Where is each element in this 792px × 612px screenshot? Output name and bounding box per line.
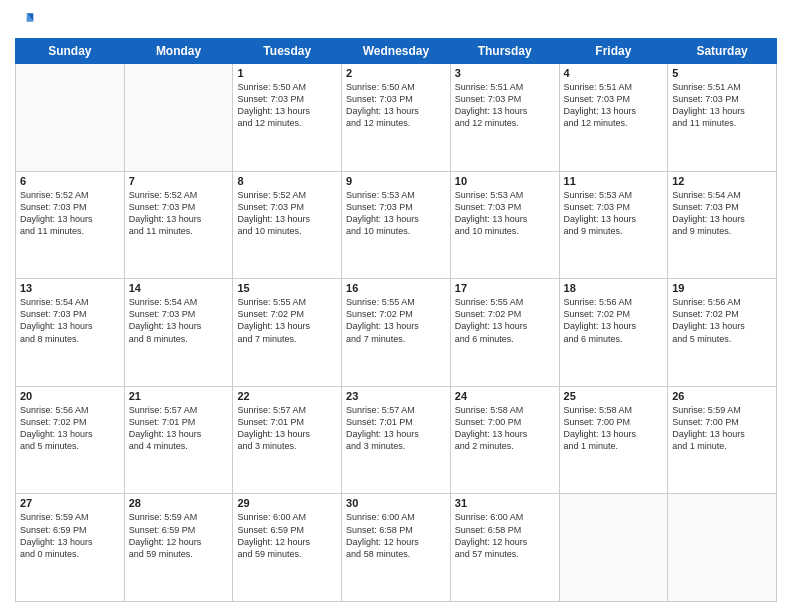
day-info: Sunrise: 5:58 AM Sunset: 7:00 PM Dayligh… <box>564 404 664 453</box>
calendar-header-monday: Monday <box>124 39 233 64</box>
day-number: 25 <box>564 390 664 402</box>
calendar-day <box>124 64 233 172</box>
day-number: 26 <box>672 390 772 402</box>
calendar-header-sunday: Sunday <box>16 39 125 64</box>
calendar-day: 8Sunrise: 5:52 AM Sunset: 7:03 PM Daylig… <box>233 171 342 279</box>
calendar-day: 19Sunrise: 5:56 AM Sunset: 7:02 PM Dayli… <box>668 279 777 387</box>
calendar-day: 2Sunrise: 5:50 AM Sunset: 7:03 PM Daylig… <box>342 64 451 172</box>
calendar-day: 5Sunrise: 5:51 AM Sunset: 7:03 PM Daylig… <box>668 64 777 172</box>
day-number: 1 <box>237 67 337 79</box>
calendar-day: 16Sunrise: 5:55 AM Sunset: 7:02 PM Dayli… <box>342 279 451 387</box>
day-info: Sunrise: 5:55 AM Sunset: 7:02 PM Dayligh… <box>346 296 446 345</box>
calendar-header-tuesday: Tuesday <box>233 39 342 64</box>
calendar-day: 3Sunrise: 5:51 AM Sunset: 7:03 PM Daylig… <box>450 64 559 172</box>
day-number: 11 <box>564 175 664 187</box>
calendar-day: 11Sunrise: 5:53 AM Sunset: 7:03 PM Dayli… <box>559 171 668 279</box>
calendar-day <box>668 494 777 602</box>
day-info: Sunrise: 5:53 AM Sunset: 7:03 PM Dayligh… <box>346 189 446 238</box>
calendar-day: 10Sunrise: 5:53 AM Sunset: 7:03 PM Dayli… <box>450 171 559 279</box>
calendar-day: 7Sunrise: 5:52 AM Sunset: 7:03 PM Daylig… <box>124 171 233 279</box>
calendar-week-2: 6Sunrise: 5:52 AM Sunset: 7:03 PM Daylig… <box>16 171 777 279</box>
calendar-header-wednesday: Wednesday <box>342 39 451 64</box>
calendar-day: 1Sunrise: 5:50 AM Sunset: 7:03 PM Daylig… <box>233 64 342 172</box>
day-number: 27 <box>20 497 120 509</box>
calendar-header-thursday: Thursday <box>450 39 559 64</box>
calendar-day: 18Sunrise: 5:56 AM Sunset: 7:02 PM Dayli… <box>559 279 668 387</box>
calendar-week-4: 20Sunrise: 5:56 AM Sunset: 7:02 PM Dayli… <box>16 386 777 494</box>
day-number: 24 <box>455 390 555 402</box>
day-number: 16 <box>346 282 446 294</box>
calendar-day: 14Sunrise: 5:54 AM Sunset: 7:03 PM Dayli… <box>124 279 233 387</box>
day-info: Sunrise: 5:59 AM Sunset: 6:59 PM Dayligh… <box>129 511 229 560</box>
day-number: 22 <box>237 390 337 402</box>
day-info: Sunrise: 5:56 AM Sunset: 7:02 PM Dayligh… <box>564 296 664 345</box>
day-info: Sunrise: 5:54 AM Sunset: 7:03 PM Dayligh… <box>129 296 229 345</box>
day-number: 29 <box>237 497 337 509</box>
calendar-day: 27Sunrise: 5:59 AM Sunset: 6:59 PM Dayli… <box>16 494 125 602</box>
day-number: 31 <box>455 497 555 509</box>
calendar-day: 15Sunrise: 5:55 AM Sunset: 7:02 PM Dayli… <box>233 279 342 387</box>
calendar-day: 20Sunrise: 5:56 AM Sunset: 7:02 PM Dayli… <box>16 386 125 494</box>
day-number: 15 <box>237 282 337 294</box>
day-info: Sunrise: 5:51 AM Sunset: 7:03 PM Dayligh… <box>564 81 664 130</box>
calendar-day: 6Sunrise: 5:52 AM Sunset: 7:03 PM Daylig… <box>16 171 125 279</box>
day-number: 30 <box>346 497 446 509</box>
calendar-day: 22Sunrise: 5:57 AM Sunset: 7:01 PM Dayli… <box>233 386 342 494</box>
day-number: 3 <box>455 67 555 79</box>
day-info: Sunrise: 5:57 AM Sunset: 7:01 PM Dayligh… <box>346 404 446 453</box>
day-info: Sunrise: 5:58 AM Sunset: 7:00 PM Dayligh… <box>455 404 555 453</box>
day-number: 7 <box>129 175 229 187</box>
calendar-week-1: 1Sunrise: 5:50 AM Sunset: 7:03 PM Daylig… <box>16 64 777 172</box>
day-info: Sunrise: 5:51 AM Sunset: 7:03 PM Dayligh… <box>672 81 772 130</box>
day-info: Sunrise: 5:54 AM Sunset: 7:03 PM Dayligh… <box>20 296 120 345</box>
day-info: Sunrise: 5:52 AM Sunset: 7:03 PM Dayligh… <box>129 189 229 238</box>
calendar-day: 23Sunrise: 5:57 AM Sunset: 7:01 PM Dayli… <box>342 386 451 494</box>
day-info: Sunrise: 5:54 AM Sunset: 7:03 PM Dayligh… <box>672 189 772 238</box>
calendar-week-3: 13Sunrise: 5:54 AM Sunset: 7:03 PM Dayli… <box>16 279 777 387</box>
day-number: 28 <box>129 497 229 509</box>
calendar-day <box>559 494 668 602</box>
day-number: 13 <box>20 282 120 294</box>
day-info: Sunrise: 6:00 AM Sunset: 6:59 PM Dayligh… <box>237 511 337 560</box>
day-number: 10 <box>455 175 555 187</box>
calendar-day: 13Sunrise: 5:54 AM Sunset: 7:03 PM Dayli… <box>16 279 125 387</box>
day-number: 21 <box>129 390 229 402</box>
day-number: 5 <box>672 67 772 79</box>
calendar-day: 31Sunrise: 6:00 AM Sunset: 6:58 PM Dayli… <box>450 494 559 602</box>
calendar-table: SundayMondayTuesdayWednesdayThursdayFrid… <box>15 38 777 602</box>
day-number: 18 <box>564 282 664 294</box>
page: SundayMondayTuesdayWednesdayThursdayFrid… <box>0 0 792 612</box>
calendar-day: 9Sunrise: 5:53 AM Sunset: 7:03 PM Daylig… <box>342 171 451 279</box>
calendar-day: 24Sunrise: 5:58 AM Sunset: 7:00 PM Dayli… <box>450 386 559 494</box>
calendar-day: 28Sunrise: 5:59 AM Sunset: 6:59 PM Dayli… <box>124 494 233 602</box>
day-number: 2 <box>346 67 446 79</box>
day-number: 20 <box>20 390 120 402</box>
day-info: Sunrise: 5:59 AM Sunset: 6:59 PM Dayligh… <box>20 511 120 560</box>
day-number: 17 <box>455 282 555 294</box>
day-info: Sunrise: 5:52 AM Sunset: 7:03 PM Dayligh… <box>237 189 337 238</box>
day-number: 12 <box>672 175 772 187</box>
calendar-header-saturday: Saturday <box>668 39 777 64</box>
calendar-day: 30Sunrise: 6:00 AM Sunset: 6:58 PM Dayli… <box>342 494 451 602</box>
day-number: 9 <box>346 175 446 187</box>
calendar-day: 21Sunrise: 5:57 AM Sunset: 7:01 PM Dayli… <box>124 386 233 494</box>
calendar-day: 17Sunrise: 5:55 AM Sunset: 7:02 PM Dayli… <box>450 279 559 387</box>
day-info: Sunrise: 5:56 AM Sunset: 7:02 PM Dayligh… <box>20 404 120 453</box>
calendar-day: 29Sunrise: 6:00 AM Sunset: 6:59 PM Dayli… <box>233 494 342 602</box>
calendar-header-row: SundayMondayTuesdayWednesdayThursdayFrid… <box>16 39 777 64</box>
logo-icon <box>15 10 35 30</box>
calendar-day: 26Sunrise: 5:59 AM Sunset: 7:00 PM Dayli… <box>668 386 777 494</box>
day-info: Sunrise: 6:00 AM Sunset: 6:58 PM Dayligh… <box>346 511 446 560</box>
day-info: Sunrise: 5:50 AM Sunset: 7:03 PM Dayligh… <box>346 81 446 130</box>
calendar-day: 12Sunrise: 5:54 AM Sunset: 7:03 PM Dayli… <box>668 171 777 279</box>
day-info: Sunrise: 6:00 AM Sunset: 6:58 PM Dayligh… <box>455 511 555 560</box>
day-info: Sunrise: 5:50 AM Sunset: 7:03 PM Dayligh… <box>237 81 337 130</box>
day-number: 4 <box>564 67 664 79</box>
day-info: Sunrise: 5:55 AM Sunset: 7:02 PM Dayligh… <box>237 296 337 345</box>
calendar-day <box>16 64 125 172</box>
day-info: Sunrise: 5:59 AM Sunset: 7:00 PM Dayligh… <box>672 404 772 453</box>
day-info: Sunrise: 5:57 AM Sunset: 7:01 PM Dayligh… <box>237 404 337 453</box>
day-info: Sunrise: 5:52 AM Sunset: 7:03 PM Dayligh… <box>20 189 120 238</box>
calendar-day: 25Sunrise: 5:58 AM Sunset: 7:00 PM Dayli… <box>559 386 668 494</box>
day-info: Sunrise: 5:57 AM Sunset: 7:01 PM Dayligh… <box>129 404 229 453</box>
